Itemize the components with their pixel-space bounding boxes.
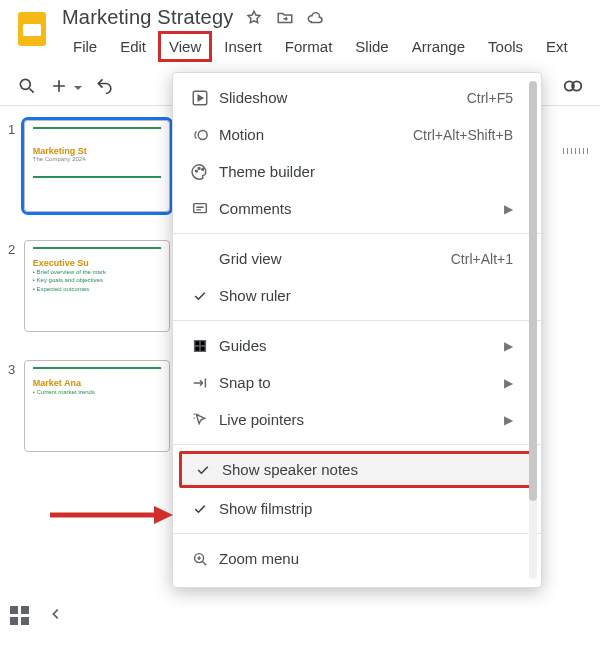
dd-guides[interactable]: Guides ▶ bbox=[173, 327, 541, 364]
check-icon bbox=[187, 501, 213, 517]
submenu-arrow-icon: ▶ bbox=[504, 202, 527, 216]
separator bbox=[173, 320, 541, 321]
dd-grid-view[interactable]: Grid view Ctrl+Alt+1 bbox=[173, 240, 541, 277]
grid-view-button[interactable] bbox=[10, 606, 29, 625]
svg-point-2 bbox=[20, 79, 30, 89]
dd-show-ruler[interactable]: Show ruler bbox=[173, 277, 541, 314]
toolbar-right-icon[interactable] bbox=[562, 75, 584, 97]
zoom-icon bbox=[187, 550, 213, 568]
dd-slideshow[interactable]: Slideshow Ctrl+F5 bbox=[173, 79, 541, 116]
separator bbox=[173, 233, 541, 234]
guides-icon bbox=[187, 337, 213, 355]
slide-number: 2 bbox=[8, 240, 24, 332]
play-icon bbox=[187, 89, 213, 107]
doc-title[interactable]: Marketing Strategy bbox=[62, 6, 233, 29]
svg-point-9 bbox=[202, 168, 204, 170]
new-slide-caret-icon[interactable] bbox=[72, 80, 84, 92]
slide-thumb-1[interactable]: 1 Marketing St The Company 2024 bbox=[8, 120, 170, 212]
dd-comments[interactable]: Comments ▶ bbox=[173, 190, 541, 227]
svg-point-7 bbox=[196, 170, 198, 172]
dd-zoom-menu[interactable]: Zoom menu bbox=[173, 540, 541, 577]
motion-icon bbox=[187, 126, 213, 144]
undo-button[interactable] bbox=[94, 75, 116, 97]
dd-show-filmstrip[interactable]: Show filmstrip bbox=[173, 490, 541, 527]
menu-arrange[interactable]: Arrange bbox=[401, 31, 476, 62]
scrollbar-thumb[interactable] bbox=[529, 81, 537, 501]
comments-icon bbox=[187, 200, 213, 218]
separator bbox=[173, 444, 541, 445]
star-icon[interactable] bbox=[245, 9, 263, 27]
search-icon[interactable] bbox=[16, 75, 38, 97]
svg-rect-1 bbox=[23, 24, 41, 36]
menu-extensions[interactable]: Ext bbox=[535, 31, 579, 62]
submenu-arrow-icon: ▶ bbox=[504, 339, 527, 353]
palette-icon bbox=[187, 163, 213, 181]
svg-marker-13 bbox=[154, 506, 173, 524]
new-slide-button[interactable] bbox=[48, 75, 70, 97]
dd-motion[interactable]: Motion Ctrl+Alt+Shift+B bbox=[173, 116, 541, 153]
submenu-arrow-icon: ▶ bbox=[504, 413, 527, 427]
menu-view[interactable]: View bbox=[158, 31, 212, 62]
submenu-arrow-icon: ▶ bbox=[504, 376, 527, 390]
annotation-arrow bbox=[48, 504, 173, 526]
move-folder-icon[interactable] bbox=[275, 9, 293, 27]
bottom-controls bbox=[10, 606, 63, 625]
svg-point-8 bbox=[198, 167, 200, 169]
menubar: File Edit View Insert Format Slide Arran… bbox=[62, 31, 579, 62]
snap-icon bbox=[187, 374, 213, 392]
menu-edit[interactable]: Edit bbox=[109, 31, 157, 62]
slides-logo[interactable] bbox=[12, 8, 52, 48]
menu-format[interactable]: Format bbox=[274, 31, 344, 62]
slide-number: 3 bbox=[8, 360, 24, 452]
ruler[interactable] bbox=[560, 140, 600, 154]
menu-tools[interactable]: Tools bbox=[477, 31, 534, 62]
filmstrip: 1 Marketing St The Company 2024 2 Execut… bbox=[0, 106, 180, 631]
svg-rect-10 bbox=[194, 203, 207, 212]
slide-number: 1 bbox=[8, 120, 24, 212]
separator bbox=[173, 533, 541, 534]
pointer-icon bbox=[187, 411, 213, 429]
svg-point-6 bbox=[198, 130, 207, 139]
header: Marketing Strategy File Edit View Insert… bbox=[0, 0, 600, 62]
slide-thumb-2[interactable]: 2 Executive Su • Brief overview of the m… bbox=[8, 240, 170, 332]
check-icon bbox=[190, 462, 216, 478]
menu-slide[interactable]: Slide bbox=[344, 31, 399, 62]
dd-live-pointers[interactable]: Live pointers ▶ bbox=[173, 401, 541, 438]
dd-snap-to[interactable]: Snap to ▶ bbox=[173, 364, 541, 401]
menu-insert[interactable]: Insert bbox=[213, 31, 273, 62]
check-icon bbox=[187, 288, 213, 304]
slide-thumb-3[interactable]: 3 Market Ana • Current market trends bbox=[8, 360, 170, 452]
view-dropdown: Slideshow Ctrl+F5 Motion Ctrl+Alt+Shift+… bbox=[172, 72, 542, 588]
collapse-filmstrip-button[interactable] bbox=[49, 607, 63, 625]
dd-show-speaker-notes[interactable]: Show speaker notes bbox=[179, 451, 535, 488]
dd-theme-builder[interactable]: Theme builder bbox=[173, 153, 541, 190]
cloud-status-icon[interactable] bbox=[305, 9, 323, 27]
menu-file[interactable]: File bbox=[62, 31, 108, 62]
